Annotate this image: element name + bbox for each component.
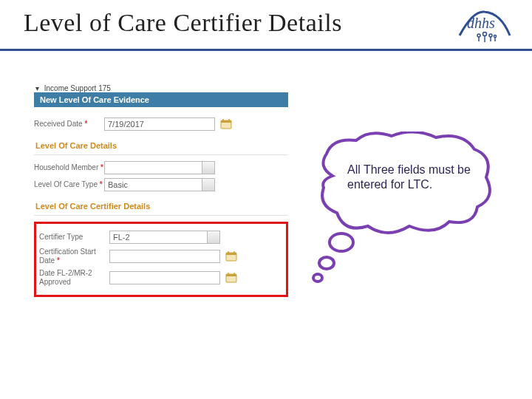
page-title: Level of Care Certifier Details [24, 9, 342, 36]
received-date-value: 7/19/2017 [108, 120, 144, 129]
header-rule [0, 49, 532, 51]
svg-point-21 [330, 233, 353, 251]
svg-point-22 [319, 257, 334, 269]
received-date-label: Received Date * [34, 120, 104, 129]
svg-point-7 [494, 35, 496, 37]
callout-text: All Three fields must be entered for LTC… [347, 163, 473, 192]
callout-thought-bubble: All Three fields must be entered for LTC… [310, 132, 495, 279]
calendar-icon[interactable] [225, 250, 238, 263]
breadcrumb: ▾ Income Support 175 [34, 84, 288, 92]
cert-start-date-input[interactable] [109, 250, 220, 263]
certifier-type-value: FL-2 [113, 233, 130, 242]
certifier-type-select[interactable]: FL-2 [109, 231, 220, 244]
calendar-icon[interactable] [219, 117, 233, 131]
section-loc-heading: Level Of Care Details [35, 141, 287, 150]
certifier-highlight-box: Certifier Type FL-2 Certification Start … [34, 222, 288, 297]
svg-text:dhhs: dhhs [467, 15, 495, 31]
household-member-label: Household Member * [34, 163, 104, 172]
section-cert-heading: Level Of Care Certifier Details [35, 202, 287, 211]
form-panel: ▾ Income Support 175 New Level Of Care E… [34, 84, 288, 297]
received-date-input[interactable]: 7/19/2017 [104, 117, 215, 131]
certifier-type-label: Certifier Type [39, 233, 109, 242]
svg-point-23 [313, 274, 322, 282]
dhhs-logo: dhhs [458, 6, 511, 43]
chevron-down-icon [205, 182, 211, 188]
loc-type-value: Basic [108, 180, 128, 189]
loc-type-label: Level Of Care Type * [34, 180, 104, 189]
household-member-select[interactable] [104, 161, 215, 174]
fl2-approved-label: Date FL-2/MR-2 Approved [39, 269, 109, 287]
chevron-down-icon [205, 165, 211, 171]
chevron-down-icon [211, 234, 216, 240]
fl2-approved-input[interactable] [109, 271, 220, 284]
calendar-icon[interactable] [225, 271, 238, 284]
caret-icon: ▾ [35, 84, 42, 92]
panel-title: New Level Of Care Evidence [40, 95, 149, 104]
cert-start-date-label: Certification Start Date * [39, 248, 109, 265]
svg-rect-18 [226, 274, 236, 276]
breadcrumb-label: Income Support 175 [44, 84, 111, 92]
svg-point-5 [489, 34, 492, 37]
svg-point-1 [477, 34, 480, 37]
svg-point-3 [483, 33, 487, 36]
svg-rect-10 [221, 120, 231, 123]
panel-title-bar: New Level Of Care Evidence [34, 92, 288, 107]
svg-rect-14 [226, 253, 236, 255]
loc-type-select[interactable]: Basic [104, 178, 215, 191]
